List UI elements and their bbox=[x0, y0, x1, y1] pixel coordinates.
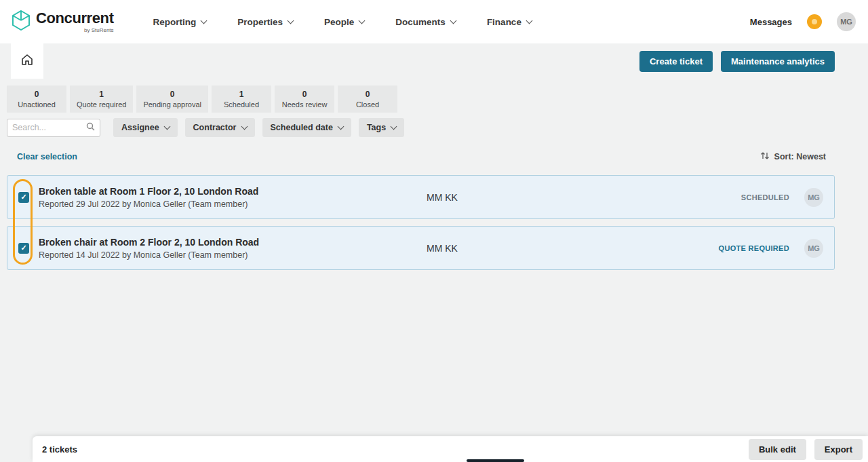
ticket-checkbox[interactable]: ✓ bbox=[18, 192, 29, 203]
chip-unactioned[interactable]: 0 Unactioned bbox=[7, 85, 66, 113]
ticket-status-badge: QUOTE REQUIRED bbox=[719, 244, 789, 252]
tab-actions: Create ticket Maintenance analytics bbox=[639, 51, 835, 72]
export-button[interactable]: Export bbox=[814, 439, 863, 460]
scheduled-date-dropdown[interactable]: Scheduled date bbox=[262, 118, 351, 137]
nav-right: Messages MG bbox=[750, 12, 856, 31]
chevron-down-icon bbox=[163, 123, 170, 130]
chip-pending-approval[interactable]: 0 Pending approval bbox=[136, 85, 208, 113]
nav-item-documents[interactable]: Documents bbox=[395, 17, 456, 27]
ticket-main: Broken table at Room 1 Floor 2, 10 Londo… bbox=[39, 186, 427, 209]
horizontal-scrollbar-thumb[interactable] bbox=[467, 459, 524, 462]
assignee-dropdown[interactable]: Assignee bbox=[113, 118, 178, 137]
bulk-action-bar: 2 tickets Bulk edit Export bbox=[33, 436, 868, 462]
ticket-reported: Reported 29 Jul 2022 by Monica Geller (T… bbox=[39, 199, 427, 209]
dropdown-label: Assignee bbox=[121, 123, 159, 132]
home-icon bbox=[21, 54, 33, 69]
ticket-reported: Reported 14 Jul 2022 by Monica Geller (T… bbox=[39, 250, 427, 260]
nav-item-reporting[interactable]: Reporting bbox=[153, 17, 207, 27]
top-navbar: Concurrent by StuRents Reporting Propert… bbox=[0, 0, 868, 43]
chip-count: 0 bbox=[344, 90, 391, 99]
ticket-list: ✓ Broken table at Room 1 Floor 2, 10 Lon… bbox=[7, 175, 835, 270]
nav-item-people[interactable]: People bbox=[324, 17, 364, 27]
chip-count: 1 bbox=[218, 90, 264, 99]
chip-label: Needs review bbox=[281, 100, 328, 109]
sort-arrows-icon bbox=[760, 151, 770, 163]
chip-closed[interactable]: 0 Closed bbox=[338, 85, 397, 113]
chip-label: Pending approval bbox=[143, 100, 201, 109]
search-input[interactable] bbox=[12, 123, 86, 132]
status-filter-chips: 0 Unactioned 1 Quote required 0 Pending … bbox=[0, 79, 868, 113]
search-icon bbox=[86, 121, 95, 134]
ticket-main: Broken chair at Room 2 Floor 2, 10 Londo… bbox=[39, 237, 427, 260]
chip-label: Quote required bbox=[77, 100, 126, 109]
assignee-avatar: MG bbox=[804, 188, 823, 207]
logo-icon bbox=[12, 10, 30, 33]
chip-count: 0 bbox=[14, 90, 60, 99]
contractor-dropdown[interactable]: Contractor bbox=[185, 118, 255, 137]
ticket-row[interactable]: ✓ Broken table at Room 1 Floor 2, 10 Lon… bbox=[7, 175, 835, 219]
chevron-down-icon bbox=[359, 17, 366, 24]
dropdown-label: Scheduled date bbox=[271, 123, 333, 132]
chip-count: 0 bbox=[281, 90, 328, 99]
chevron-down-icon bbox=[241, 123, 248, 130]
sort-control[interactable]: Sort: Newest bbox=[760, 151, 826, 163]
help-widget-icon[interactable] bbox=[807, 14, 822, 29]
ticket-checkbox[interactable]: ✓ bbox=[18, 243, 29, 254]
nav-item-label: Documents bbox=[395, 17, 446, 27]
create-ticket-button[interactable]: Create ticket bbox=[639, 51, 713, 72]
user-avatar[interactable]: MG bbox=[837, 12, 856, 31]
assignee-avatar: MG bbox=[804, 239, 823, 258]
chevron-down-icon bbox=[337, 123, 344, 130]
tab-row: Create ticket Maintenance analytics bbox=[0, 43, 868, 79]
chip-count: 0 bbox=[143, 90, 201, 99]
ticket-title: Broken chair at Room 2 Floor 2, 10 Londo… bbox=[39, 237, 427, 248]
chevron-down-icon bbox=[391, 123, 397, 130]
ticket-status-badge: SCHEDULED bbox=[741, 193, 789, 201]
chip-label: Unactioned bbox=[14, 100, 60, 109]
clear-selection-link[interactable]: Clear selection bbox=[17, 152, 77, 161]
main-nav: Reporting Properties People Documents Fi… bbox=[153, 17, 532, 27]
nav-item-label: Properties bbox=[237, 17, 283, 27]
nav-item-properties[interactable]: Properties bbox=[237, 17, 293, 27]
bulk-edit-button[interactable]: Bulk edit bbox=[749, 439, 806, 460]
ticket-tags: MM KK bbox=[427, 243, 458, 254]
selected-count: 2 tickets bbox=[42, 444, 77, 455]
messages-link[interactable]: Messages bbox=[750, 17, 792, 27]
brand-byline: by StuRents bbox=[84, 27, 114, 33]
chip-needs-review[interactable]: 0 Needs review bbox=[275, 85, 334, 113]
brand-logo[interactable]: Concurrent by StuRents bbox=[12, 10, 114, 33]
list-controls: Clear selection Sort: Newest bbox=[0, 151, 868, 163]
footer-actions: Bulk edit Export bbox=[749, 439, 863, 460]
ticket-tags: MM KK bbox=[427, 192, 458, 203]
ticket-title: Broken table at Room 1 Floor 2, 10 Londo… bbox=[39, 186, 427, 197]
chevron-down-icon bbox=[201, 17, 208, 24]
dropdown-label: Tags bbox=[367, 123, 386, 132]
chip-label: Scheduled bbox=[218, 100, 264, 109]
chip-quote-required[interactable]: 1 Quote required bbox=[70, 85, 133, 113]
home-tab[interactable] bbox=[11, 43, 43, 79]
search-box bbox=[7, 119, 100, 137]
nav-item-finance[interactable]: Finance bbox=[487, 17, 532, 27]
chip-count: 1 bbox=[77, 90, 126, 99]
nav-item-label: Reporting bbox=[153, 17, 197, 27]
chevron-down-icon bbox=[450, 17, 456, 24]
chevron-down-icon bbox=[526, 17, 532, 24]
nav-item-label: Finance bbox=[487, 17, 521, 27]
tags-dropdown[interactable]: Tags bbox=[359, 118, 404, 137]
brand-name: Concurrent bbox=[36, 11, 114, 26]
chevron-down-icon bbox=[288, 17, 294, 24]
ticket-row[interactable]: ✓ Broken chair at Room 2 Floor 2, 10 Lon… bbox=[7, 226, 835, 270]
nav-item-label: People bbox=[324, 17, 354, 27]
dropdown-label: Contractor bbox=[193, 123, 237, 132]
chip-scheduled[interactable]: 1 Scheduled bbox=[212, 85, 271, 113]
filter-row: Assignee Contractor Scheduled date Tags bbox=[0, 113, 868, 137]
chip-label: Closed bbox=[344, 100, 391, 109]
maintenance-analytics-button[interactable]: Maintenance analytics bbox=[721, 51, 835, 72]
sort-label: Sort: Newest bbox=[774, 152, 826, 161]
